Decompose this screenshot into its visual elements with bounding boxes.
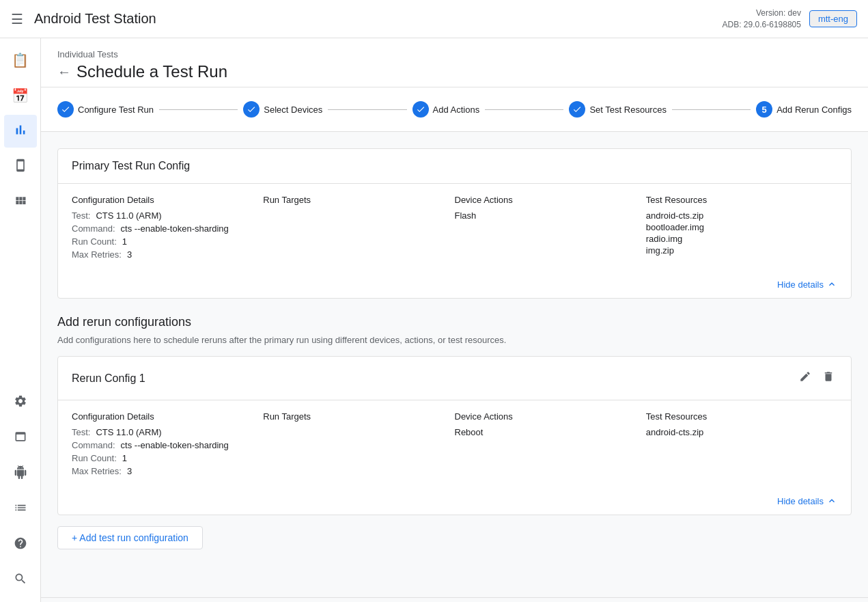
rerun-card-title: Rerun Config 1: [72, 372, 145, 385]
col-header-test-resources: Test Resources: [646, 195, 837, 210]
edit-rerun-button[interactable]: [796, 368, 814, 389]
add-config-row: + Add test run configuration: [57, 526, 852, 549]
step-label-select-devices: Select Devices: [264, 105, 322, 115]
topbar: ☰ Android Test Station Version: dev ADB:…: [0, 0, 868, 38]
primary-config-title: Primary Test Run Config: [72, 160, 837, 172]
r1-run-count-label: Run Count:: [72, 453, 117, 463]
r1-command-label: Command:: [72, 440, 115, 450]
rerun1-test-resources: android-cts.zip: [646, 427, 837, 437]
run-count-value: 1: [122, 236, 127, 247]
step-circle-add-rerun: 5: [756, 101, 772, 118]
connector-1: [159, 109, 238, 110]
r1-max-retries-value: 3: [127, 466, 132, 476]
calendar-icon: 📅: [12, 87, 29, 104]
phone-icon: [14, 159, 27, 176]
connector-2: [328, 109, 406, 110]
grid-icon: [14, 194, 27, 211]
rerun-col-header-actions: Device Actions: [455, 411, 646, 427]
sidebar-item-devices[interactable]: [4, 150, 37, 183]
rerun-config-1-card: Rerun Config 1 Configuration Details: [57, 356, 852, 515]
sidebar-item-analytics[interactable]: [4, 115, 37, 148]
max-retries-label: Max Retries:: [72, 249, 122, 260]
primary-test-resources: android-cts.zip bootloader.img radio.img…: [646, 210, 837, 256]
stepper: Configure Test Run Select Devices Add Ac…: [41, 87, 868, 132]
bottom-bar: Previous Step Start Test Run Cancel: [41, 597, 868, 602]
r1-run-count-value: 1: [122, 453, 127, 463]
sidebar: 📋 📅: [0, 38, 41, 602]
sidebar-item-android[interactable]: [4, 457, 37, 490]
rerun-col-header-config: Configuration Details: [72, 411, 263, 427]
list-icon: [14, 501, 27, 518]
col-header-run-targets: Run Targets: [263, 195, 454, 210]
r1-max-retries-label: Max Retries:: [72, 466, 122, 476]
command-label: Command:: [72, 223, 115, 234]
sidebar-item-device-grid[interactable]: [4, 186, 37, 219]
test-label: Test:: [72, 210, 90, 221]
step-circle-set-resources: [569, 101, 585, 118]
command-value: cts --enable-token-sharding: [121, 223, 229, 234]
step-circle-configure: [57, 101, 74, 118]
step-label-add-actions: Add Actions: [433, 105, 480, 115]
rerun-config-1-body: Configuration Details Run Targets Device…: [58, 400, 851, 490]
r1-test-label: Test:: [72, 427, 90, 437]
version-info: Version: dev ADB: 29.0.6-6198805: [723, 8, 801, 31]
primary-hide-details: Hide details: [58, 273, 851, 298]
col-header-device-actions: Device Actions: [455, 195, 646, 210]
sidebar-item-test-runs[interactable]: 📋: [4, 44, 37, 77]
r1-command-value: cts --enable-token-sharding: [121, 440, 229, 450]
rerun1-hide-details-link[interactable]: Hide details: [777, 495, 837, 506]
clipboard-icon: 📋: [12, 52, 29, 68]
content-area: Primary Test Run Config Configuration De…: [41, 132, 868, 597]
sidebar-item-logs[interactable]: [4, 493, 37, 525]
menu-icon[interactable]: ☰: [11, 11, 23, 27]
connector-4: [672, 109, 751, 110]
rerun-col-header-targets: Run Targets: [263, 411, 454, 427]
rerun-card-actions: [796, 368, 837, 389]
step-add-actions: Add Actions: [412, 101, 480, 118]
step-set-resources: Set Test Resources: [569, 101, 666, 118]
primary-hide-details-link[interactable]: Hide details: [777, 279, 837, 290]
col-header-config-details: Configuration Details: [72, 195, 263, 210]
sidebar-item-schedule[interactable]: 📅: [4, 79, 37, 112]
connector-3: [485, 109, 563, 110]
rerun-card-header: Rerun Config 1: [58, 357, 851, 400]
rerun1-config-details: Test: CTS 11.0 (ARM) Command: cts --enab…: [72, 427, 263, 479]
add-config-button[interactable]: + Add test run configuration: [57, 526, 203, 549]
primary-config-body: Configuration Details Run Targets Device…: [58, 184, 851, 273]
step-select-devices: Select Devices: [243, 101, 322, 118]
sidebar-item-help[interactable]: [4, 528, 37, 561]
max-retries-value: 3: [127, 249, 132, 260]
sidebar-item-settings[interactable]: [4, 386, 37, 419]
rerun-section-heading: Add rerun configurations: [57, 310, 852, 332]
run-count-label: Run Count:: [72, 236, 117, 247]
step-label-configure: Configure Test Run: [78, 105, 154, 115]
primary-config-card: Primary Test Run Config Configuration De…: [57, 148, 852, 299]
r1-test-value: CTS 11.0 (ARM): [96, 427, 161, 437]
primary-config-details: Test: CTS 11.0 (ARM) Command: cts --enab…: [72, 210, 263, 262]
step-label-set-resources: Set Test Resources: [589, 105, 666, 115]
help-icon: [14, 536, 27, 553]
rerun-section-title: Add rerun configurations Add configurati…: [57, 310, 852, 356]
rerun-section-desc: Add configurations here to schedule reru…: [57, 332, 852, 356]
user-badge-button[interactable]: mtt-eng: [809, 10, 857, 27]
rerun1-device-actions: Reboot: [455, 427, 646, 437]
gear-icon: [14, 394, 27, 411]
step-label-add-rerun: Add Rerun Configs: [776, 105, 852, 115]
chart-icon: [13, 122, 28, 141]
back-button[interactable]: ←: [57, 65, 71, 79]
sidebar-item-window[interactable]: [4, 422, 37, 454]
android-icon: [14, 465, 27, 482]
page-title: Schedule a Test Run: [76, 62, 227, 81]
rerun-col-header-resources: Test Resources: [646, 411, 837, 427]
app-title: Android Test Station: [34, 11, 723, 27]
breadcrumb: Individual Tests: [57, 49, 852, 59]
primary-config-header: Primary Test Run Config: [58, 149, 851, 183]
delete-rerun-button[interactable]: [820, 368, 837, 389]
main-layout: 📋 📅: [0, 38, 868, 602]
step-add-rerun: 5 Add Rerun Configs: [756, 101, 852, 118]
test-value: CTS 11.0 (ARM): [96, 210, 161, 221]
sidebar-item-expand[interactable]: [4, 564, 37, 597]
expand-icon: [14, 572, 27, 589]
step-configure: Configure Test Run: [57, 101, 154, 118]
window-icon: [14, 430, 27, 447]
